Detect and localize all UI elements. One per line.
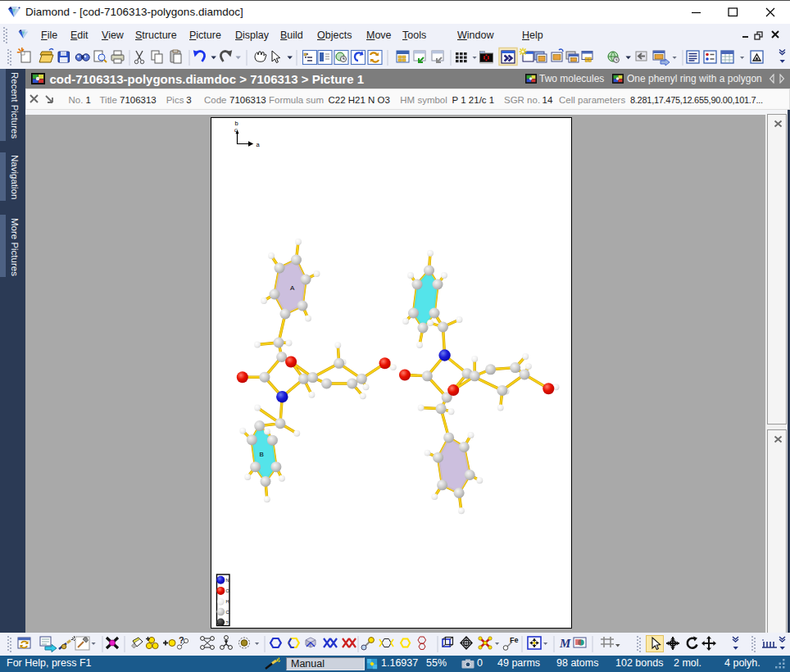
svg-text:H: H [226,599,229,604]
svg-text:O: O [226,588,230,593]
svg-text:C: C [226,610,229,615]
svg-text:a: a [257,141,261,148]
svg-text:B: B [260,451,264,458]
svg-text:N: N [226,578,229,583]
svg-text:?: ? [226,620,229,625]
svg-text:Fe: Fe [510,636,519,644]
svg-text:M: M [559,637,571,650]
svg-text:A: A [290,284,295,292]
